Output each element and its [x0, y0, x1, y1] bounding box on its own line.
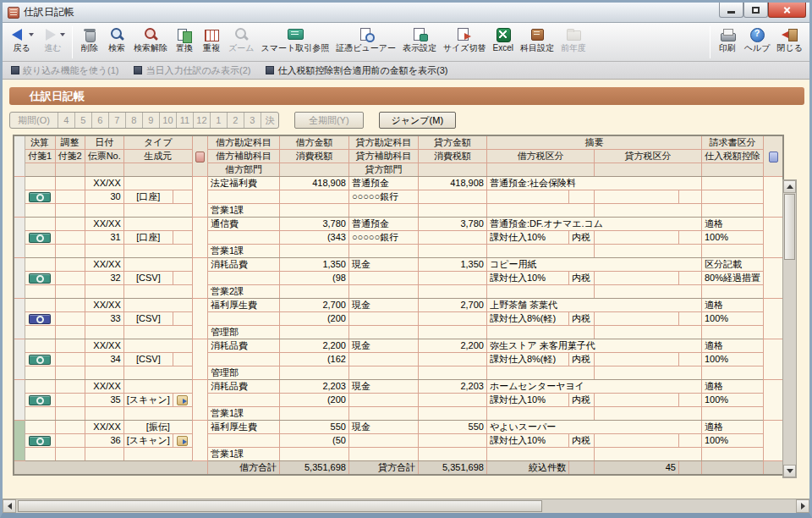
cell-deduction[interactable]: 100% [701, 231, 763, 245]
cell-invoice[interactable] [701, 204, 763, 218]
cell-type[interactable]: [振伝] [123, 421, 192, 434]
cell-date[interactable]: XX/XX [85, 177, 123, 190]
cell-debit-tax-area[interactable] [486, 326, 594, 339]
cell-slip-no[interactable]: 32 [85, 272, 123, 285]
cell-credit-sub[interactable] [348, 394, 418, 407]
cell-credit-dept[interactable] [348, 448, 418, 461]
cell-slip-no[interactable]: 34 [85, 353, 123, 366]
cell-credit-dept[interactable] [348, 204, 418, 218]
period-month-6[interactable]: 6 [92, 113, 109, 128]
dropdown-caret-icon[interactable] [60, 33, 65, 36]
cell-credit-sub[interactable] [348, 353, 418, 366]
cell-source[interactable]: [CSV] [123, 272, 173, 285]
cell-chousei[interactable] [55, 407, 85, 421]
repl-button[interactable]: 置換 [171, 25, 198, 54]
cell-row-icon[interactable] [192, 258, 207, 299]
cell-date[interactable]: XX/XX [85, 421, 123, 434]
period-month-9[interactable]: 9 [143, 113, 160, 128]
smart-button[interactable]: スマート取引参照 [257, 25, 332, 54]
cell-fusen2[interactable] [55, 272, 85, 285]
excel-button[interactable]: Excel [490, 25, 517, 54]
cell-invoice[interactable] [701, 366, 763, 380]
cell-fusen2[interactable] [55, 190, 85, 204]
row-selector[interactable] [14, 421, 25, 461]
period-month-2[interactable]: 2 [228, 113, 244, 128]
row-selector[interactable] [14, 380, 25, 421]
cell-credit-sub[interactable] [348, 434, 418, 448]
cell-debit-sub[interactable] [207, 231, 279, 245]
cell-type[interactable] [123, 299, 192, 312]
row-selector[interactable] [14, 299, 25, 339]
cell-credit-amount[interactable] [418, 366, 486, 380]
cell-credit-tax-mode[interactable] [678, 312, 701, 326]
cell-credit-tax-class[interactable] [594, 394, 678, 407]
cell-kessan[interactable] [25, 218, 55, 231]
cell-deduction[interactable]: 100% [701, 434, 763, 448]
cell-credit-tax-area[interactable] [594, 366, 701, 380]
cell-kessan[interactable] [25, 285, 55, 299]
cell-date[interactable] [85, 407, 123, 421]
cell-fusen2[interactable] [55, 394, 85, 407]
cell-type[interactable] [123, 448, 192, 461]
cell-credit-tax-area[interactable] [594, 407, 701, 421]
cell-debit-tax-class[interactable]: 課対仕入8%(軽) [486, 353, 568, 366]
cell-debit-account[interactable]: 消耗品費 [207, 339, 279, 353]
cell-credit-sub[interactable] [348, 312, 418, 326]
cell-credit-tax-amount[interactable] [418, 312, 486, 326]
cell-type[interactable] [123, 339, 192, 353]
cell-chousei[interactable] [55, 285, 85, 299]
print-button[interactable]: 印刷 [714, 25, 741, 54]
scan-attachment-icon[interactable] [177, 436, 188, 446]
cell-tax-mode[interactable]: 内税 [568, 272, 594, 285]
cell-credit-tax-class[interactable] [594, 353, 678, 366]
cell-row-icon[interactable] [192, 339, 207, 380]
cell-debit-amount[interactable] [279, 366, 348, 380]
prev-button[interactable]: 前年度 [557, 25, 590, 54]
cell-credit-dept[interactable] [348, 245, 418, 258]
cell-credit-tax-amount[interactable] [418, 394, 486, 407]
period-month-決[interactable]: 決 [261, 113, 278, 128]
cell-note[interactable] [763, 339, 783, 380]
cell-debit-sub[interactable] [207, 353, 279, 366]
cell-invoice[interactable] [701, 407, 763, 421]
cell-debit-amount[interactable]: 2,200 [279, 339, 348, 353]
cell-kessan[interactable] [25, 421, 55, 434]
minimize-button[interactable] [719, 3, 743, 18]
cell-summary[interactable]: やよいスーパー [486, 421, 701, 434]
cell-debit-amount[interactable] [279, 448, 348, 461]
cell-debit-tax-area[interactable] [486, 448, 594, 461]
cell-source[interactable]: [CSV] [123, 353, 173, 366]
cell-tax-mode[interactable]: 内税 [568, 353, 594, 366]
cell-credit-tax-area[interactable] [594, 245, 701, 258]
period-month-5[interactable]: 5 [75, 113, 92, 128]
cell-fusen1[interactable] [25, 272, 55, 285]
cell-debit-account[interactable]: 福利厚生費 [207, 421, 279, 434]
cell-invoice-class[interactable]: 適格 [701, 218, 763, 231]
cell-summary[interactable]: ホームセンターヤヨイ [486, 380, 701, 394]
cell-source[interactable]: [口座] [123, 231, 173, 245]
cell-fusen1[interactable] [25, 434, 55, 448]
cell-date[interactable] [85, 448, 123, 461]
cell-scan[interactable] [173, 434, 192, 448]
cell-source[interactable]: [スキャン] [123, 434, 173, 448]
period-month-12[interactable]: 12 [194, 113, 211, 128]
cell-summary[interactable]: 弥生ストア 来客用菓子代 [486, 339, 701, 353]
period-month-11[interactable]: 11 [177, 113, 194, 128]
cell-debit-tax-area[interactable] [486, 245, 594, 258]
closew-button[interactable]: 閉じる [774, 25, 806, 54]
cell-tax-mode[interactable]: 内税 [568, 231, 594, 245]
cell-fusen1[interactable] [25, 190, 55, 204]
cell-invoice-class[interactable] [701, 177, 763, 190]
cell-credit-dept[interactable] [348, 366, 418, 380]
cell-debit-tax-amount[interactable]: (200 [279, 394, 348, 407]
cell-debit-account[interactable]: 福利厚生費 [207, 299, 279, 312]
fusen-badge-green-icon[interactable] [29, 395, 51, 405]
cell-scan[interactable] [173, 231, 192, 245]
cell-credit-account[interactable]: 現金 [348, 299, 418, 312]
cell-scan[interactable] [173, 312, 192, 326]
cell-chousei[interactable] [55, 448, 85, 461]
scan-attachment-icon[interactable] [177, 395, 188, 405]
cell-source[interactable]: [CSV] [123, 312, 173, 326]
cell-invoice[interactable] [701, 326, 763, 339]
cell-debit-tax-class[interactable]: 課対仕入10% [486, 434, 568, 448]
